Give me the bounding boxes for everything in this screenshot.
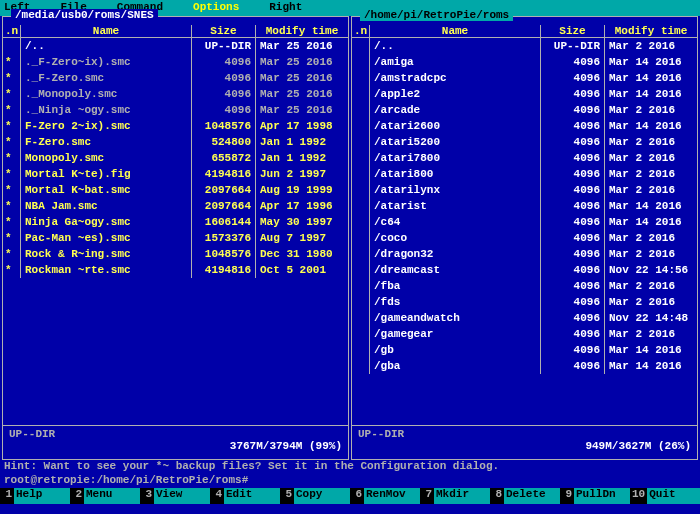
col-size[interactable]: Size	[192, 25, 256, 37]
col-name[interactable]: Name	[21, 25, 192, 37]
row-mtime: Jan 1 1992	[256, 150, 348, 166]
col-mod[interactable]: Modify time	[605, 25, 697, 37]
row-size: 4096	[541, 246, 605, 262]
fkey-help[interactable]: 1Help	[0, 488, 70, 504]
row-name: /coco	[370, 230, 541, 246]
file-row[interactable]: /c644096Mar 14 2016	[352, 214, 697, 230]
row-name: /atari800	[370, 166, 541, 182]
file-row[interactable]: /gameandwatch4096Nov 22 14:48	[352, 310, 697, 326]
file-row[interactable]: *._Monopoly.smc4096Mar 25 2016	[3, 86, 348, 102]
file-row[interactable]: *F-Zero 2~ix).smc1048576Apr 17 1998	[3, 118, 348, 134]
file-row[interactable]: /atari52004096Mar 2 2016	[352, 134, 697, 150]
left-panel[interactable]: /media/usb0/roms/SNES .n Name Size Modif…	[2, 16, 349, 460]
row-size: 4096	[541, 198, 605, 214]
row-mtime: Mar 2 2016	[605, 182, 697, 198]
col-n[interactable]: .n	[3, 25, 21, 37]
file-row[interactable]: *Mortal K~bat.smc2097664Aug 19 1999	[3, 182, 348, 198]
file-row[interactable]: *._F-Zero.smc4096Mar 25 2016	[3, 70, 348, 86]
right-file-list[interactable]: /..UP--DIRMar 2 2016/amiga4096Mar 14 201…	[352, 38, 697, 425]
row-marker	[352, 278, 370, 294]
right-panel[interactable]: /home/pi/RetroPie/roms .n Name Size Modi…	[351, 16, 698, 460]
row-mtime: Mar 25 2016	[256, 38, 348, 54]
fkey-delete[interactable]: 8Delete	[490, 488, 560, 504]
row-mtime: Mar 2 2016	[605, 166, 697, 182]
row-name: /c64	[370, 214, 541, 230]
file-row[interactable]: *Monopoly.smc655872Jan 1 1992	[3, 150, 348, 166]
file-row[interactable]: /amiga4096Mar 14 2016	[352, 54, 697, 70]
row-name: Mortal K~bat.smc	[21, 182, 192, 198]
file-row[interactable]: /atari26004096Mar 14 2016	[352, 118, 697, 134]
row-size: 4096	[541, 278, 605, 294]
fkey-pulldn[interactable]: 9PullDn	[560, 488, 630, 504]
fkey-quit[interactable]: 10Quit	[630, 488, 700, 504]
fkey-copy[interactable]: 5Copy	[280, 488, 350, 504]
row-mtime: Mar 2 2016	[605, 246, 697, 262]
fkey-view[interactable]: 3View	[140, 488, 210, 504]
file-row[interactable]: *F-Zero.smc524800Jan 1 1992	[3, 134, 348, 150]
row-size: 4096	[541, 230, 605, 246]
fkey-menu[interactable]: 2Menu	[70, 488, 140, 504]
left-file-list[interactable]: /..UP--DIRMar 25 2016*._F-Zero~ix).smc40…	[3, 38, 348, 425]
left-status: UP--DIR	[9, 428, 342, 440]
row-size: 4096	[192, 102, 256, 118]
file-row[interactable]: *._Ninja ~ogy.smc4096Mar 25 2016	[3, 102, 348, 118]
file-row[interactable]: /apple24096Mar 14 2016	[352, 86, 697, 102]
file-row[interactable]: *NBA Jam.smc2097664Apr 17 1996	[3, 198, 348, 214]
col-name[interactable]: Name	[370, 25, 541, 37]
file-row[interactable]: /..UP--DIRMar 2 2016	[352, 38, 697, 54]
file-row[interactable]: /gb4096Mar 14 2016	[352, 342, 697, 358]
file-row[interactable]: *Rock & R~ing.smc1048576Dec 31 1980	[3, 246, 348, 262]
file-row[interactable]: /fds4096Mar 2 2016	[352, 294, 697, 310]
file-row[interactable]: /amstradcpc4096Mar 14 2016	[352, 70, 697, 86]
file-row[interactable]: /gba4096Mar 14 2016	[352, 358, 697, 374]
file-row[interactable]: *Pac-Man ~es).smc1573376Aug 7 1997	[3, 230, 348, 246]
file-row[interactable]: /coco4096Mar 2 2016	[352, 230, 697, 246]
file-row[interactable]: /dragon324096Mar 2 2016	[352, 246, 697, 262]
row-marker	[352, 70, 370, 86]
file-row[interactable]: /atarist4096Mar 14 2016	[352, 198, 697, 214]
row-marker: *	[3, 182, 21, 198]
fkey-number: 9	[560, 488, 574, 504]
row-mtime: Mar 14 2016	[605, 342, 697, 358]
fkey-mkdir[interactable]: 7Mkdir	[420, 488, 490, 504]
row-size: 4096	[541, 150, 605, 166]
row-mtime: Mar 25 2016	[256, 86, 348, 102]
col-size[interactable]: Size	[541, 25, 605, 37]
shell-prompt[interactable]: root@retropie:/home/pi/RetroPie/roms#	[0, 474, 700, 488]
file-row[interactable]: *._F-Zero~ix).smc4096Mar 25 2016	[3, 54, 348, 70]
row-name: F-Zero 2~ix).smc	[21, 118, 192, 134]
fkey-label: Delete	[504, 488, 560, 504]
row-marker: *	[3, 102, 21, 118]
file-row[interactable]: /atari78004096Mar 2 2016	[352, 150, 697, 166]
col-mod[interactable]: Modify time	[256, 25, 348, 37]
row-size: 4194816	[192, 262, 256, 278]
fkey-edit[interactable]: 4Edit	[210, 488, 280, 504]
menu-right[interactable]: Right	[269, 1, 302, 15]
right-panel-path: /home/pi/RetroPie/roms	[360, 9, 513, 21]
row-marker	[3, 38, 21, 54]
row-name: /gamegear	[370, 326, 541, 342]
row-mtime: Nov 22 14:48	[605, 310, 697, 326]
row-name: /dragon32	[370, 246, 541, 262]
row-mtime: May 30 1997	[256, 214, 348, 230]
row-size: UP--DIR	[192, 38, 256, 54]
row-mtime: Oct 5 2001	[256, 262, 348, 278]
file-row[interactable]: /atari8004096Mar 2 2016	[352, 166, 697, 182]
file-row[interactable]: *Rockman ~rte.smc4194816Oct 5 2001	[3, 262, 348, 278]
row-mtime: Mar 2 2016	[605, 326, 697, 342]
row-name: ._Monopoly.smc	[21, 86, 192, 102]
menu-options[interactable]: Options	[193, 1, 239, 15]
file-row[interactable]: *Mortal K~te).fig4194816Jun 2 1997	[3, 166, 348, 182]
fkey-renmov[interactable]: 6RenMov	[350, 488, 420, 504]
col-n[interactable]: .n	[352, 25, 370, 37]
row-name: /gameandwatch	[370, 310, 541, 326]
file-row[interactable]: *Ninja Ga~ogy.smc1606144May 30 1997	[3, 214, 348, 230]
row-size: 4096	[541, 358, 605, 374]
file-row[interactable]: /arcade4096Mar 2 2016	[352, 102, 697, 118]
file-row[interactable]: /..UP--DIRMar 25 2016	[3, 38, 348, 54]
file-row[interactable]: /fba4096Mar 2 2016	[352, 278, 697, 294]
file-row[interactable]: /atarilynx4096Mar 2 2016	[352, 182, 697, 198]
file-row[interactable]: /gamegear4096Mar 2 2016	[352, 326, 697, 342]
file-row[interactable]: /dreamcast4096Nov 22 14:56	[352, 262, 697, 278]
function-key-bar[interactable]: 1Help2Menu3View4Edit5Copy6RenMov7Mkdir8D…	[0, 488, 700, 504]
